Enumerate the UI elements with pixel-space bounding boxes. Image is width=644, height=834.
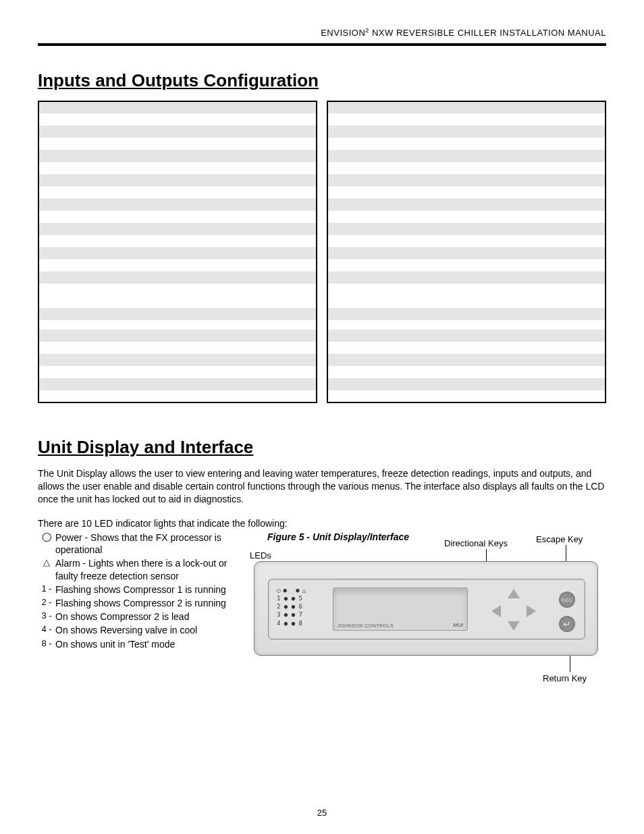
table-cell	[327, 174, 606, 186]
led-panel-row-3: 4 ● ● 8	[277, 619, 308, 627]
table-cell	[327, 342, 606, 354]
table-cell	[327, 150, 606, 162]
led-item-icon: 2 -	[38, 597, 55, 609]
table-cell	[38, 366, 317, 378]
label-escape: Escape Key	[536, 534, 583, 544]
arrow-right-icon[interactable]	[527, 605, 536, 617]
table-cell	[38, 378, 317, 390]
table-cell	[38, 101, 317, 113]
label-return: Return Key	[543, 673, 587, 683]
table-cell	[327, 390, 606, 402]
led-panel: ◯● ●△ 1 ● ● 5 2 ● ● 6 3 ● ● 7 4 ● ● 8	[277, 586, 308, 627]
table-cell	[327, 186, 606, 199]
return-button[interactable]: ↵	[559, 616, 575, 632]
lcd-screen: JOHNSON CONTROLS MUI	[333, 588, 468, 631]
led-item-icon: 8 -	[38, 638, 55, 650]
table-cell	[327, 271, 606, 284]
header-rest: NXW REVERSIBLE CHILLER INSTALLATION MANU…	[369, 28, 606, 38]
table-cell	[38, 247, 317, 259]
led-item-text: Alarm - Lights when there is a lock-out …	[55, 557, 234, 581]
table-cell	[38, 186, 317, 199]
directional-keys[interactable]	[490, 589, 537, 631]
table-cell	[38, 211, 317, 223]
table-cell	[327, 126, 606, 138]
unit-display-title: Unit Display and Interface	[38, 437, 606, 458]
table-cell	[38, 259, 317, 271]
table-cell	[327, 378, 606, 390]
led-item-text: Flashing shows Compressor 2 is running	[55, 597, 234, 609]
config-table-left	[38, 101, 317, 403]
table-cell	[327, 162, 606, 174]
table-cell	[38, 354, 317, 366]
header-prefix: ENVISION	[321, 28, 365, 38]
table-cell	[327, 330, 606, 342]
led-item-text: Power - Shows that the FX processor is o…	[55, 531, 234, 556]
table-cell	[327, 199, 606, 211]
table-cell	[327, 320, 606, 330]
led-item-icon: ◯	[38, 531, 55, 556]
led-item: 4 -On shows Reversing valve in cool	[38, 624, 234, 636]
table-cell	[327, 259, 606, 271]
led-item-text: On shows Compressor 2 is lead	[55, 610, 234, 623]
table-cell	[38, 390, 317, 402]
escape-button[interactable]: ESC	[559, 592, 575, 608]
table-cell	[327, 247, 606, 259]
led-panel-row-0: 1 ● ● 5	[277, 594, 308, 602]
led-item: 3 -On shows Compressor 2 is lead	[38, 610, 234, 623]
led-item: ◯Power - Shows that the FX processor is …	[38, 531, 234, 556]
table-cell	[38, 113, 317, 126]
led-item-text: On shows Reversing valve in cool	[55, 624, 234, 636]
panel-inset: ◯● ●△ 1 ● ● 5 2 ● ● 6 3 ● ● 7 4 ● ● 8 JO…	[268, 579, 585, 640]
table-cell	[327, 138, 606, 150]
table-cell	[38, 342, 317, 354]
table-cell	[38, 138, 317, 150]
table-cell	[38, 308, 317, 320]
table-cell	[38, 235, 317, 247]
table-cell	[38, 150, 317, 162]
table-cell	[38, 223, 317, 235]
label-directional: Directional Keys	[444, 538, 508, 548]
display-paragraph: The Unit Display allows the user to view…	[38, 467, 606, 506]
arrow-left-icon[interactable]	[491, 605, 501, 617]
inputs-outputs-title: Inputs and Outputs Configuration	[38, 70, 606, 91]
led-item-icon: 3 -	[38, 610, 55, 623]
led-item-text: On shows unit in 'Test' mode	[55, 638, 234, 650]
arrow-down-icon[interactable]	[508, 621, 520, 631]
table-cell	[327, 101, 606, 113]
lcd-mui: MUI	[453, 622, 463, 628]
table-cell	[327, 113, 606, 126]
arrow-up-icon[interactable]	[508, 589, 520, 598]
table-cell	[327, 354, 606, 366]
table-cell	[38, 174, 317, 186]
header-rule	[38, 43, 606, 46]
led-item-text: Flashing shows Compressor 1 is running	[55, 583, 234, 596]
table-cell	[38, 320, 317, 330]
table-cell	[38, 330, 317, 342]
table-cell	[38, 284, 317, 308]
table-cell	[38, 162, 317, 174]
page-header: ENVISION2 NXW REVERSIBLE CHILLER INSTALL…	[38, 27, 606, 38]
config-tables	[38, 101, 606, 403]
table-cell	[327, 211, 606, 223]
table-cell	[38, 126, 317, 138]
led-panel-top: ◯● ●△	[277, 586, 308, 594]
lcd-brand: JOHNSON CONTROLS	[338, 623, 394, 628]
table-cell	[327, 308, 606, 320]
led-intro: There are 10 LED indicator lights that i…	[38, 518, 606, 529]
device-panel: ◯● ●△ 1 ● ● 5 2 ● ● 6 3 ● ● 7 4 ● ● 8 JO…	[254, 561, 598, 656]
label-leds: LEDs	[250, 550, 271, 561]
led-item: △Alarm - Lights when there is a lock-out…	[38, 557, 234, 581]
led-item-icon: 4 -	[38, 624, 55, 636]
table-cell	[327, 366, 606, 378]
led-item-icon: △	[38, 557, 55, 581]
table-cell	[327, 284, 606, 308]
config-table-right	[327, 101, 606, 403]
table-cell	[327, 223, 606, 235]
figure-wrap: Figure 5 - Unit Display/Interface LEDs D…	[254, 531, 606, 656]
led-panel-row-1: 2 ● ● 6	[277, 602, 308, 610]
table-cell	[38, 199, 317, 211]
page-number: 25	[0, 808, 644, 818]
table-cell	[327, 235, 606, 247]
table-cell	[38, 271, 317, 284]
led-item: 2 -Flashing shows Compressor 2 is runnin…	[38, 597, 234, 609]
